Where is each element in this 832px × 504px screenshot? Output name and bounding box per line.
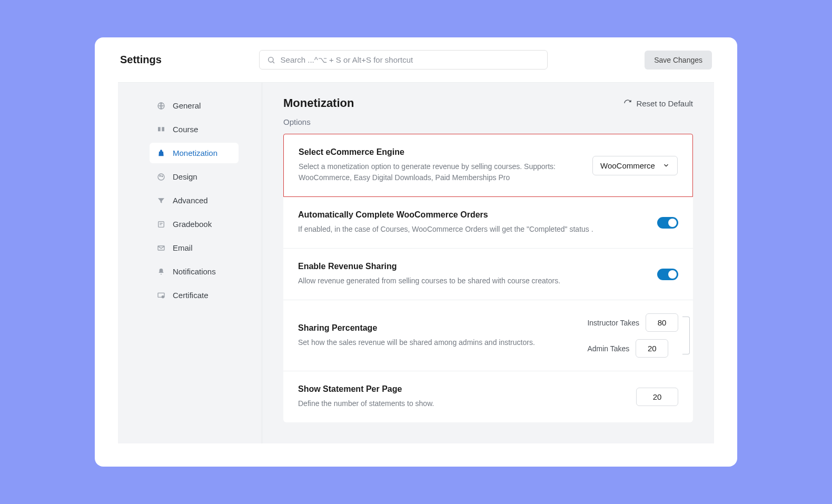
refresh-icon [623, 99, 632, 107]
sidebar-item-label: Design [173, 172, 197, 181]
options-label: Options [283, 117, 693, 126]
instructor-takes-input[interactable] [646, 313, 678, 332]
sidebar-item-notifications[interactable]: Notifications [150, 261, 239, 282]
row-ecommerce-engine: Select eCommerce Engine Select a monetiz… [283, 134, 693, 197]
autocomplete-toggle[interactable] [657, 217, 678, 229]
ecommerce-engine-select[interactable]: WooCommerce [592, 156, 678, 175]
instructor-takes-field: Instructor Takes [587, 313, 678, 332]
sidebar-item-course[interactable]: Course [150, 119, 239, 140]
sidebar-item-design[interactable]: Design [150, 166, 239, 187]
sidebar-item-email[interactable]: Email [150, 238, 239, 258]
admin-label: Admin Takes [587, 344, 629, 353]
svg-point-3 [158, 174, 164, 180]
row-title: Show Statement Per Page [298, 384, 620, 394]
app-window: Settings Save Changes General [95, 37, 737, 467]
filter-icon [157, 196, 165, 205]
statements-per-page-input[interactable] [636, 388, 678, 406]
row-sharing-percentage: Sharing Percentage Set how the sales rev… [283, 300, 693, 371]
row-desc: Select a monetization option to generate… [299, 161, 577, 183]
globe-icon [157, 102, 165, 110]
row-text: Show Statement Per Page Define the numbe… [298, 384, 620, 409]
content-head: Monetization Reset to Default [283, 96, 693, 110]
sidebar-item-label: Advanced [173, 196, 208, 205]
settings-panel: Select eCommerce Engine Select a monetiz… [283, 134, 693, 422]
row-title: Sharing Percentage [298, 323, 571, 333]
section-heading: Monetization [283, 96, 354, 110]
row-text: Sharing Percentage Set how the sales rev… [298, 323, 571, 348]
select-value: WooCommerce [600, 161, 655, 170]
row-desc: Allow revenue generated from selling cou… [298, 275, 641, 286]
search-input[interactable] [281, 55, 540, 64]
row-desc: If enabled, in the case of Courses, WooC… [298, 224, 641, 235]
svg-point-4 [160, 175, 161, 176]
sidebar-item-label: Course [173, 125, 198, 134]
instructor-label: Instructor Takes [587, 319, 639, 327]
gradebook-icon [157, 220, 165, 229]
admin-takes-input[interactable] [636, 339, 668, 358]
content: Monetization Reset to Default Options Se… [262, 83, 714, 443]
row-title: Select eCommerce Engine [299, 147, 577, 157]
svg-point-0 [268, 57, 273, 62]
palette-icon [157, 173, 165, 181]
search-icon [267, 56, 275, 64]
revenue-sharing-toggle[interactable] [657, 269, 678, 280]
sidebar-item-monetization[interactable]: Monetization [150, 143, 239, 163]
row-title: Enable Revenue Sharing [298, 262, 641, 271]
row-statements-per-page: Show Statement Per Page Define the numbe… [283, 371, 693, 422]
svg-line-1 [273, 62, 274, 63]
svg-point-9 [162, 295, 164, 298]
sidebar-item-label: Email [173, 243, 193, 252]
chevron-down-icon [662, 162, 670, 169]
svg-point-5 [162, 175, 163, 176]
mail-icon [157, 244, 165, 252]
admin-takes-field: Admin Takes [587, 339, 678, 358]
sidebar-item-label: Monetization [173, 149, 217, 157]
row-text: Select eCommerce Engine Select a monetiz… [299, 147, 577, 183]
sidebar-item-label: Certificate [173, 291, 209, 300]
body-row: General Course Monetization Design [118, 82, 714, 443]
sidebar-item-gradebook[interactable]: Gradebook [150, 214, 239, 234]
sidebar: General Course Monetization Design [118, 83, 262, 443]
sidebar-item-general[interactable]: General [150, 95, 239, 116]
bell-icon [157, 268, 165, 276]
linked-bracket [682, 317, 690, 354]
row-text: Enable Revenue Sharing Allow revenue gen… [298, 262, 641, 286]
certificate-icon [157, 291, 165, 300]
save-button[interactable]: Save Changes [645, 51, 712, 70]
row-desc: Set how the sales revenue will be shared… [298, 337, 571, 348]
sharing-controls: Instructor Takes Admin Takes [587, 313, 678, 358]
reset-label: Reset to Default [636, 99, 693, 108]
page-title: Settings [120, 54, 162, 66]
row-text: Automatically Complete WooCommerce Order… [298, 210, 641, 235]
sidebar-item-label: Notifications [173, 267, 216, 276]
sidebar-item-certificate[interactable]: Certificate [150, 285, 239, 305]
bag-icon [157, 149, 165, 157]
row-autocomplete-orders: Automatically Complete WooCommerce Order… [283, 197, 693, 249]
top-bar: Settings Save Changes [95, 37, 737, 82]
sidebar-item-label: Gradebook [173, 220, 212, 229]
row-title: Automatically Complete WooCommerce Order… [298, 210, 641, 220]
search-wrap [172, 50, 634, 70]
sidebar-item-label: General [173, 101, 201, 110]
row-desc: Define the number of statements to show. [298, 398, 620, 409]
row-enable-revenue-sharing: Enable Revenue Sharing Allow revenue gen… [283, 249, 693, 300]
sidebar-item-advanced[interactable]: Advanced [150, 190, 239, 211]
search-box[interactable] [259, 50, 548, 70]
reset-button[interactable]: Reset to Default [623, 99, 693, 108]
book-icon [157, 125, 165, 134]
